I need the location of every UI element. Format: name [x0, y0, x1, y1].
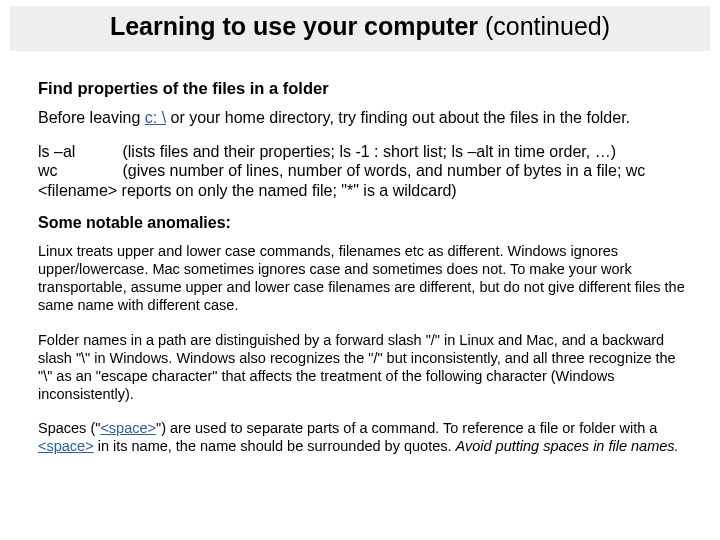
- path-link[interactable]: c: \: [145, 109, 166, 126]
- anomalies-heading: Some notable anomalies:: [38, 214, 686, 232]
- intro-text-1: Before leaving: [38, 109, 145, 126]
- intro-paragraph: Before leaving c: \ or your home directo…: [38, 108, 686, 128]
- space-token-1[interactable]: <space>: [100, 420, 156, 436]
- title-bar: Learning to use your computer (continued…: [10, 6, 710, 51]
- anomaly-paragraph-3: Spaces ("<space>") are used to separate …: [38, 419, 686, 455]
- command-name-wc: wc: [38, 161, 118, 181]
- a3-t2: ") are used to separate parts of a comma…: [156, 420, 657, 436]
- section-heading: Find properties of the files in a folder: [38, 79, 686, 98]
- a3-t1: Spaces (": [38, 420, 100, 436]
- title-rest: (continued): [478, 12, 610, 40]
- content-body: Find properties of the files in a folder…: [0, 51, 720, 455]
- command-block: ls –al (lists files and their properties…: [38, 142, 686, 201]
- anomaly-paragraph-1: Linux treats upper and lower case comman…: [38, 242, 686, 315]
- command-row-wc: wc (gives number of lines, number of wor…: [38, 161, 686, 200]
- a3-t3: in its name, the name should be surround…: [94, 438, 456, 454]
- command-desc-ls: (lists files and their properties; ls -1…: [122, 143, 616, 160]
- command-name-ls: ls –al: [38, 142, 118, 162]
- space-token-2[interactable]: <space>: [38, 438, 94, 454]
- command-desc-wc: (gives number of lines, number of words,…: [38, 162, 645, 199]
- title-bold: Learning to use your computer: [110, 12, 478, 40]
- a3-italic: Avoid putting spaces in file names.: [456, 438, 679, 454]
- command-row-ls: ls –al (lists files and their properties…: [38, 142, 686, 162]
- anomaly-paragraph-2: Folder names in a path are distinguished…: [38, 331, 686, 404]
- intro-text-2: or your home directory, try finding out …: [166, 109, 630, 126]
